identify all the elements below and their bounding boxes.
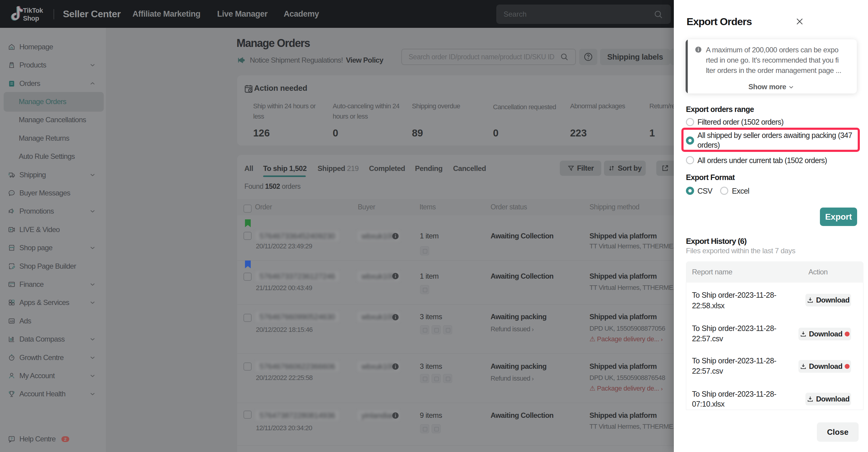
- svg-text:AD: AD: [10, 320, 14, 323]
- svg-text:TikTok: TikTok: [23, 7, 43, 14]
- svg-text:Shop: Shop: [23, 14, 39, 22]
- svg-text:?: ?: [10, 437, 13, 441]
